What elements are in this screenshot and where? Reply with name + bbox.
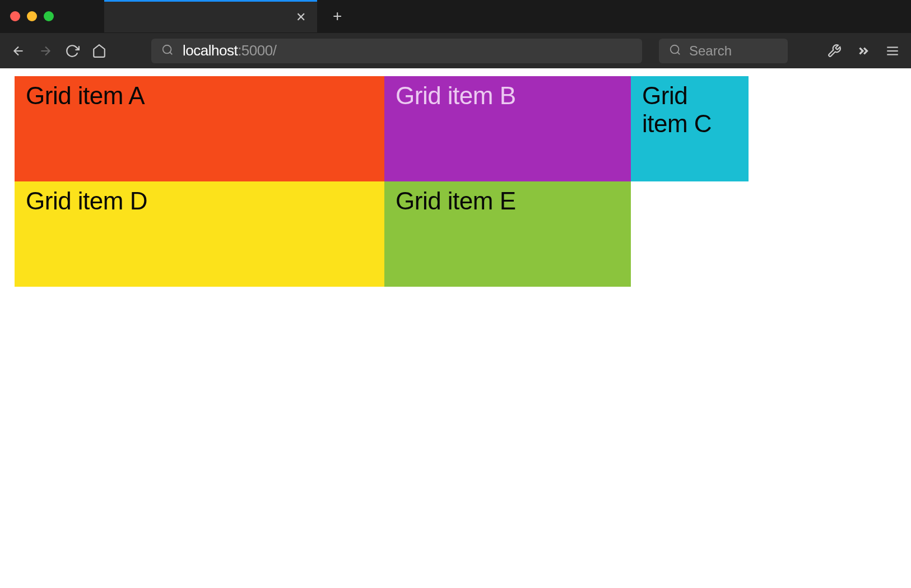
grid-item-e: Grid item E [384,181,631,287]
forward-button[interactable] [37,44,54,58]
overflow-button[interactable] [855,44,872,58]
search-box[interactable]: Search [659,39,788,63]
wrench-icon [827,44,842,58]
tab-close-icon[interactable]: ✕ [296,10,306,25]
toolbar-right [826,44,901,58]
css-grid-demo: Grid item A Grid item B Grid item C Grid… [15,76,896,287]
browser-tab[interactable]: ✕ [104,0,317,32]
url-text: localhost:5000/ [183,42,276,59]
window-close-button[interactable] [10,11,20,21]
grid-item-b: Grid item B [384,76,631,181]
url-port-path: :5000/ [238,42,276,59]
reload-icon [65,44,80,58]
grid-item-d: Grid item D [15,181,384,287]
window-minimize-button[interactable] [27,11,37,21]
back-button[interactable] [10,44,27,58]
new-tab-button[interactable]: + [333,8,342,24]
browser-window: ✕ + localhost:5000/ Se [0,0,911,588]
devtools-button[interactable] [826,44,843,58]
search-icon [669,44,681,58]
browser-toolbar: localhost:5000/ Search [0,32,911,68]
reload-button[interactable] [64,44,81,58]
url-bar[interactable]: localhost:5000/ [151,39,642,63]
tab-bar: ✕ + [0,0,911,32]
grid-item-a: Grid item A [15,76,384,181]
arrow-left-icon [11,44,26,58]
svg-point-1 [671,45,679,53]
svg-point-0 [163,45,171,53]
search-icon [161,44,174,58]
arrow-right-icon [38,44,53,58]
window-controls [10,11,54,21]
home-icon [92,44,106,58]
search-placeholder: Search [689,43,732,59]
grid-item-c: Grid item C [631,76,749,181]
chevron-double-right-icon [856,44,871,58]
page-viewport: Grid item A Grid item B Grid item C Grid… [0,68,911,588]
hamburger-icon [885,44,900,58]
url-host: localhost [183,42,238,59]
window-maximize-button[interactable] [44,11,54,21]
menu-button[interactable] [884,44,901,58]
home-button[interactable] [91,44,108,58]
